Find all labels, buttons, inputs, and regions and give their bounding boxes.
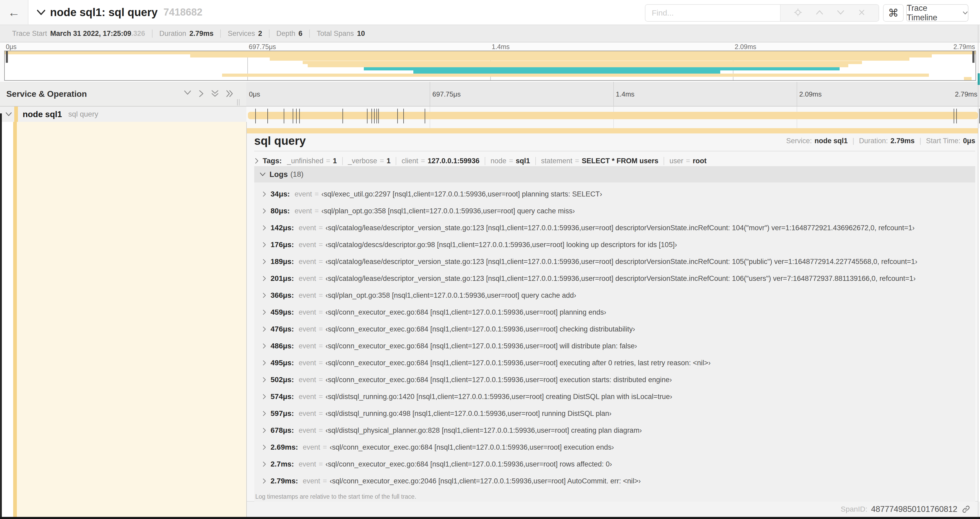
tag-key: _verbose [348, 157, 377, 165]
tags-label[interactable]: Tags: [262, 156, 282, 165]
log-expand-chevron-right-icon[interactable] [262, 444, 266, 450]
log-row[interactable]: 34μs: event = ‹sql/exec_util.go:2297 [ns… [254, 186, 975, 203]
minimap-canvas[interactable] [4, 51, 976, 81]
log-row[interactable]: 678μs: event = ‹sql/distsql_physical_pla… [254, 422, 975, 439]
log-expand-chevron-right-icon[interactable] [262, 259, 266, 265]
tag-item: user = root [663, 157, 712, 165]
trace-view-selector-button[interactable]: Trace Timeline [906, 4, 969, 22]
log-expand-chevron-right-icon[interactable] [262, 428, 266, 433]
log-value: ‹sql/catalog/lease/descriptor_version_st… [326, 224, 915, 232]
minimap-drag-handle-right[interactable] [972, 51, 974, 63]
log-row[interactable]: 2.69ms: event = ‹sql/conn_executor_exec.… [254, 439, 975, 456]
log-field: event [299, 426, 316, 434]
log-row[interactable]: 486μs: event = ‹sql/conn_executor_exec.g… [254, 338, 975, 355]
log-expand-chevron-right-icon[interactable] [262, 191, 266, 197]
tag-key: node [490, 157, 506, 165]
collapse-all-double-chevron-down-icon[interactable] [211, 89, 219, 97]
log-row[interactable]: 366μs: event = ‹sql/plan_opt.go:358 [nsq… [254, 287, 975, 304]
log-expand-chevron-right-icon[interactable] [262, 309, 266, 315]
logs-collapse-chevron-down-icon[interactable] [259, 172, 266, 176]
log-expand-chevron-right-icon[interactable] [262, 360, 266, 366]
log-equals: = [319, 258, 323, 266]
log-field: event [299, 393, 316, 401]
log-expand-chevron-right-icon[interactable] [262, 276, 266, 281]
span-row-timeline[interactable] [246, 107, 980, 128]
column-resize-grip[interactable] [237, 99, 241, 105]
log-expand-chevron-right-icon[interactable] [262, 292, 266, 298]
find-input[interactable] [646, 5, 780, 21]
log-expand-chevron-right-icon[interactable] [262, 478, 266, 484]
logs-section: Logs (18) 34μs: event = ‹sql/exec_util.g… [254, 166, 975, 497]
minimap-span-bar [364, 67, 840, 70]
expand-all-double-chevron-right-icon[interactable] [226, 89, 234, 97]
left-scrollbar[interactable] [0, 113, 2, 517]
deep-link-icon[interactable] [962, 505, 970, 514]
log-expand-chevron-right-icon[interactable] [262, 343, 266, 349]
log-equals: = [319, 410, 323, 418]
span-collapse-chevron-down-icon[interactable] [5, 112, 12, 117]
tags-expand-chevron-right-icon[interactable] [254, 158, 259, 164]
minimap-drag-handle-left[interactable] [6, 51, 8, 63]
tag-item: _verbose = 1 [342, 157, 396, 165]
collapse-trace-chevron-icon[interactable] [37, 9, 46, 16]
log-tick-mark [377, 109, 377, 123]
log-equals: = [319, 342, 323, 350]
span-footer: SpanID: 4877749850101760812 [247, 501, 980, 517]
prev-result-chevron-up-icon[interactable] [816, 10, 824, 16]
log-expand-chevron-right-icon[interactable] [262, 326, 266, 332]
minimap-span-bar [270, 57, 909, 61]
log-tick-mark [367, 109, 368, 123]
log-value: ‹sql/conn_executor_exec.go:684 [nsql1,cl… [326, 325, 635, 333]
log-row[interactable]: 80μs: event = ‹sql/plan_opt.go:358 [nsql… [254, 203, 975, 219]
trace-summary-bar: Trace Start March 31 2022, 17:25:09 .326… [0, 25, 980, 43]
next-result-chevron-down-icon[interactable] [837, 10, 845, 16]
span-service-name: node sql1 [23, 109, 62, 119]
log-row[interactable]: 476μs: event = ‹sql/conn_executor_exec.g… [254, 321, 975, 338]
log-tick-mark [425, 109, 425, 123]
log-tick-mark [956, 109, 957, 123]
log-row[interactable]: 459μs: event = ‹sql/conn_executor_exec.g… [254, 304, 975, 321]
log-row[interactable]: 502μs: event = ‹sql/conn_executor_exec.g… [254, 371, 975, 388]
log-expand-chevron-right-icon[interactable] [262, 377, 266, 383]
log-tick-mark [954, 109, 954, 123]
log-row[interactable]: 495μs: event = ‹sql/conn_executor_exec.g… [254, 355, 975, 371]
log-value: ‹sql/conn_executor_exec.go:684 [nsql1,cl… [329, 443, 614, 452]
log-row[interactable]: 2.7ms: event = ‹sql/conn_executor_exec.g… [254, 456, 975, 473]
log-row[interactable]: 574μs: event = ‹sql/distsql_running.go:1… [254, 388, 975, 405]
spanid-value: 4877749850101760812 [871, 505, 957, 514]
span-row-label[interactable]: node sql1 sql query [0, 107, 246, 122]
log-row[interactable]: 2.79ms: event = ‹sql/conn_executor_exec.… [254, 473, 975, 489]
keyboard-shortcuts-button[interactable]: ⌘ [883, 4, 904, 22]
summary-label: Services [228, 30, 255, 38]
summary-item: Duration 2.79ms [152, 30, 221, 38]
top-bar: ← node sql1: sql query 7418682 ⌘ Tra [0, 0, 980, 25]
log-field: event [299, 241, 316, 249]
expand-one-chevron-right-icon[interactable] [198, 89, 204, 97]
summary-value-suffix: .326 [131, 30, 145, 38]
logs-header[interactable]: Logs (18) [254, 166, 975, 182]
log-field: event [299, 291, 316, 300]
log-expand-chevron-right-icon[interactable] [262, 410, 266, 417]
log-row[interactable]: 597μs: event = ‹sql/distsql_running.go:4… [254, 405, 975, 422]
log-expand-chevron-right-icon[interactable] [262, 394, 266, 399]
back-button[interactable]: ← [0, 0, 29, 24]
right-scroll-indicator[interactable] [978, 73, 980, 85]
log-field: event [299, 258, 316, 266]
tag-equals: = [326, 157, 330, 165]
log-row[interactable]: 142μs: event = ‹sql/catalog/lease/descri… [254, 219, 975, 236]
log-tick-mark [397, 109, 398, 123]
log-row[interactable]: 201μs: event = ‹sql/catalog/lease/descri… [254, 270, 975, 287]
log-field: event [299, 275, 316, 283]
log-row[interactable]: 176μs: event = ‹sql/catalog/descs/descri… [254, 236, 975, 253]
clear-search-x-icon[interactable] [858, 9, 865, 17]
log-expand-chevron-right-icon[interactable] [262, 242, 266, 248]
log-timestamp: 597μs: [270, 409, 294, 418]
log-expand-chevron-right-icon[interactable] [262, 461, 266, 467]
log-expand-chevron-right-icon[interactable] [262, 225, 266, 231]
collapse-one-chevron-down-icon[interactable] [184, 89, 191, 97]
log-expand-chevron-right-icon[interactable] [262, 208, 266, 214]
log-row[interactable]: 189μs: event = ‹sql/catalog/lease/descri… [254, 253, 975, 270]
locate-icon[interactable] [794, 8, 802, 18]
log-tick-mark [342, 109, 343, 123]
log-value: ‹sql/conn_executor_exec.go:684 [nsql1,cl… [326, 359, 711, 367]
